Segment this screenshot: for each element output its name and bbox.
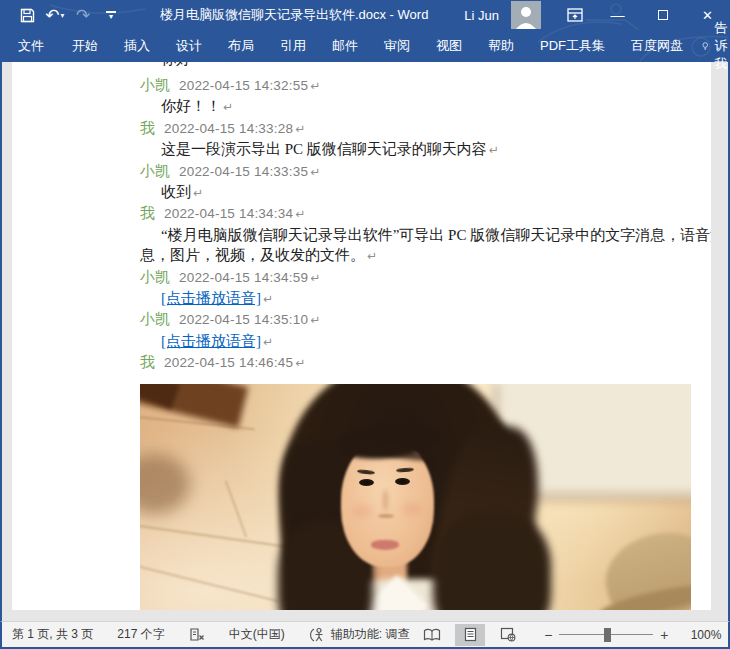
maximize-icon [658,10,668,20]
chat-timestamp: 2022-04-15 14:32:55 [179,78,308,93]
ribbon-tabbar-right: 告诉我 共享 [696,30,730,62]
chat-message-header: 小凯2022-04-15 14:35:10↵ [140,309,694,330]
print-layout-icon [464,627,477,642]
customize-quick-access-icon: ▾ [100,11,122,19]
chat-voice-link-line: [点击播放语音]↵ [140,288,694,309]
title-bar: ↶ ▾ ↷ ▾ 楼月电脑版微信聊天记录导出软件.docx - Word Li J… [0,0,730,30]
ribbon-display-options-icon [567,8,583,22]
chat-message-header: 我2022-04-15 14:33:28↵ [140,118,694,139]
minimize-button[interactable]: — [595,0,640,30]
zoom-level[interactable]: 100% [683,628,721,642]
chat-timestamp: 2022-04-15 14:33:28 [164,121,293,136]
accessibility-status[interactable]: 辅助功能: 调查 [309,626,410,643]
read-mode-icon [423,628,441,642]
maximize-button[interactable] [640,0,685,30]
accessibility-label: 辅助功能: 调查 [331,626,410,643]
chat-sender: 小凯 [140,163,170,179]
paragraph-mark-icon: ↵ [263,335,273,349]
chat-text: 收到 [161,184,191,200]
page-indicator[interactable]: 第 1 页, 共 3 页 [12,626,93,643]
redo-button[interactable]: ↷ [70,3,96,27]
chat-sender: 我 [140,354,155,370]
document-title: 楼月电脑版微信聊天记录导出软件.docx - Word [124,6,464,24]
chat-timestamp: 2022-04-15 14:34:59 [179,270,308,285]
tab-视图[interactable]: 视图 [423,30,475,62]
proofing-error-icon [189,627,205,642]
chat-image[interactable] [140,384,691,610]
word-count[interactable]: 217 个字 [117,626,164,643]
chat-text-line: 息，图片，视频，及收发的文件。↵ [140,245,694,266]
zoom-slider-thumb[interactable] [604,628,611,642]
web-layout-button[interactable] [493,624,523,646]
tab-设计[interactable]: 设计 [163,30,215,62]
tab-插入[interactable]: 插入 [111,30,163,62]
tab-布局[interactable]: 布局 [215,30,267,62]
ribbon-display-options-button[interactable] [555,0,595,30]
document-page[interactable]: 你好 小凯2022-04-15 14:32:55↵你好！！↵我2022-04-1… [12,62,711,610]
user-avatar[interactable] [511,1,541,29]
ribbon-tab-bar: 文件开始插入设计布局引用邮件审阅视图帮助PDF工具集百度网盘 告诉我 共享 [0,30,730,62]
undo-button[interactable]: ↶ ▾ [42,3,68,27]
chat-message-header: 小凯2022-04-15 14:33:35↵ [140,161,694,182]
chat-sender: 小凯 [140,269,170,285]
tab-百度网盘[interactable]: 百度网盘 [618,30,696,62]
save-button[interactable] [14,3,40,27]
tell-me-button[interactable]: 告诉我 [696,30,730,62]
tab-邮件[interactable]: 邮件 [319,30,371,62]
tab-开始[interactable]: 开始 [59,30,111,62]
tab-PDF工具集[interactable]: PDF工具集 [527,30,618,62]
proofing-status[interactable] [189,627,205,642]
chat-message-header: 我2022-04-15 14:46:45↵ [140,352,694,373]
tab-审阅[interactable]: 审阅 [371,30,423,62]
chat-message-header: 我2022-04-15 14:34:34↵ [140,203,694,224]
chat-text: 息，图片，视频，及收发的文件。 [140,247,365,263]
document-area[interactable]: 你好 小凯2022-04-15 14:32:55↵你好！！↵我2022-04-1… [0,62,730,621]
zoom-slider[interactable] [559,628,653,642]
chat-sender: 小凯 [140,77,170,93]
redo-icon: ↷ [76,7,90,24]
read-mode-button[interactable] [417,624,447,646]
close-icon: ✕ [702,8,713,23]
paragraph-mark-icon: ↵ [295,122,305,136]
ribbon-tabs: 文件开始插入设计布局引用邮件审阅视图帮助PDF工具集百度网盘 [0,30,696,62]
paragraph-mark-icon: ↵ [310,79,320,93]
chat-timestamp: 2022-04-15 14:34:34 [164,206,293,221]
accessibility-person-icon [309,627,326,643]
voice-play-link[interactable]: [点击播放语音] [161,333,261,349]
zoom-out-button[interactable]: − [541,627,555,643]
paragraph-mark-icon: ↵ [263,292,273,306]
paragraph-mark-icon: ↵ [295,356,305,370]
person-silhouette-icon [511,3,541,29]
voice-play-link[interactable]: [点击播放语音] [161,290,261,306]
chat-text-line: 收到↵ [140,182,694,203]
chat-sender: 小凯 [140,311,170,327]
minimize-icon: — [611,13,625,17]
chat-timestamp: 2022-04-15 14:35:10 [179,312,308,327]
chat-timestamp: 2022-04-15 14:33:35 [179,164,308,179]
web-layout-icon [500,627,516,642]
paragraph-mark-icon: ↵ [489,143,499,157]
chat-transcript: 你好 小凯2022-04-15 14:32:55↵你好！！↵我2022-04-1… [140,62,694,610]
zoom-in-button[interactable]: + [657,627,671,643]
print-layout-button[interactable] [455,624,485,646]
zoom-control: − + [541,627,671,643]
undo-dropdown-icon[interactable]: ▾ [61,11,65,20]
user-name[interactable]: Li Jun [464,8,499,23]
tab-文件[interactable]: 文件 [3,30,59,62]
chat-voice-link-line: [点击播放语音]↵ [140,331,694,352]
chat-sender: 我 [140,205,155,221]
chat-text: 你好！！ [161,98,221,114]
chat-text: 这是一段演示导出 PC 版微信聊天记录的聊天内容 [161,141,487,157]
chat-text-line: “楼月电脑版微信聊天记录导出软件”可导出 PC 版微信聊天记录中的文字消息，语音… [140,225,694,245]
paragraph-mark-icon: ↵ [310,165,320,179]
customize-quick-access-button[interactable]: ▾ [98,3,124,27]
tab-引用[interactable]: 引用 [267,30,319,62]
chat-timestamp: 2022-04-15 14:46:45 [164,355,293,370]
tab-帮助[interactable]: 帮助 [475,30,527,62]
chat-message-header: 小凯2022-04-15 14:34:59↵ [140,267,694,288]
chat-sender: 我 [140,120,155,136]
language-indicator[interactable]: 中文(中国) [229,626,285,643]
tell-me-label: 告诉我 [715,19,730,73]
chat-text-line: 这是一段演示导出 PC 版微信聊天记录的聊天内容↵ [140,139,694,160]
titlebar-right: Li Jun — ✕ [464,0,730,30]
